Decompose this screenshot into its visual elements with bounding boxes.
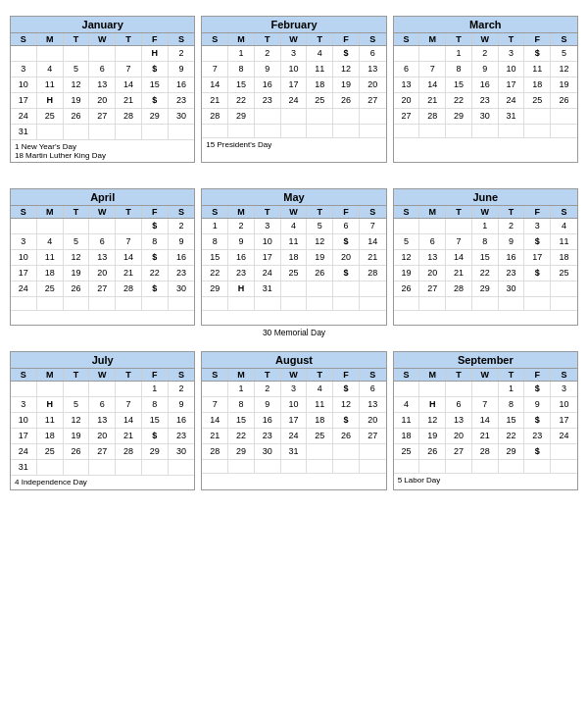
cal-cell [360, 460, 386, 474]
cal-cell [472, 460, 499, 474]
day-header: S [360, 33, 386, 45]
cal-notes [202, 474, 385, 487]
day-header: W [281, 206, 308, 218]
cal-cell [524, 297, 551, 311]
day-header: T [307, 369, 333, 381]
cal-cell: 15 [202, 250, 228, 266]
cal-cell: 1 [142, 382, 169, 397]
cal-cell: 20 [89, 93, 116, 109]
cal-cell [228, 125, 255, 138]
cal-cell: 6 [89, 62, 116, 77]
cal-cell: 22 [472, 266, 499, 281]
cal-cell: 27 [360, 93, 386, 109]
cal-cell: 8 [142, 234, 169, 250]
cal-cell: 27 [360, 429, 386, 444]
cal-cell: 19 [333, 77, 360, 93]
cal-cell: 25 [307, 429, 333, 444]
day-header: S [360, 369, 386, 381]
cal-cell: 25 [524, 93, 551, 109]
cal-cell [360, 444, 386, 460]
cal-cell [89, 382, 116, 397]
cal-cell [228, 297, 255, 311]
cal-cell: 23 [169, 93, 195, 109]
cal-cell: 14 [202, 77, 228, 93]
cal-cell: 21 [202, 429, 228, 444]
cal-cell: 16 [255, 413, 281, 429]
cal-cell: 20 [333, 250, 360, 266]
cal-cell: 7 [116, 234, 142, 250]
day-header: M [37, 206, 64, 218]
cal-cell: 4 [281, 219, 308, 234]
cal-cell: 2 [169, 46, 195, 62]
cal-cell: 1 [228, 382, 255, 397]
cal-cell: 24 [551, 429, 577, 444]
cal-cell [116, 382, 142, 397]
cal-cell: 31 [11, 125, 37, 140]
cal-cell: 7 [419, 62, 446, 77]
cal-cell: 9 [472, 62, 499, 77]
cal-cell: 23 [499, 266, 525, 281]
cal-cell: 9 [169, 234, 195, 250]
cal-cell: 29 [228, 444, 255, 460]
cal-cell: 18 [551, 250, 577, 266]
cal-cell: 16 [228, 250, 255, 266]
day-header: T [116, 206, 142, 218]
cal-cell [116, 297, 142, 311]
cal-cell [333, 444, 360, 460]
cal-cell [551, 444, 577, 460]
cal-cell: 26 [419, 444, 446, 460]
cal-cell [202, 460, 228, 474]
cal-cell: 21 [116, 93, 142, 109]
day-header: T [64, 206, 90, 218]
cal-cell: 24 [255, 266, 281, 281]
cal-cell [333, 125, 360, 138]
cal-cell [89, 297, 116, 311]
cal-cell: 31 [499, 109, 525, 125]
cal-cell: 30 [472, 109, 499, 125]
cal-cell [524, 281, 551, 297]
cal-cell: 22 [499, 429, 525, 444]
cal-cell [551, 125, 577, 138]
cal-cell [307, 444, 333, 460]
cal-cell: H [37, 93, 64, 109]
cal-cell: 28 [446, 281, 472, 297]
cal-cell: 5 [307, 219, 333, 234]
cal-cell: 3 [11, 62, 37, 77]
cal-cell: 13 [446, 413, 472, 429]
cal-cell: $ [333, 413, 360, 429]
cal-cell: 13 [419, 250, 446, 266]
cal-cell: 13 [394, 77, 420, 93]
cal-cell [89, 125, 116, 140]
cal-cell: 30 [169, 444, 195, 460]
cal-cell: 4 [37, 62, 64, 77]
cal-cell [524, 109, 551, 125]
day-header: S [394, 369, 420, 381]
cal-cell: 15 [228, 413, 255, 429]
cal-cell: 28 [116, 281, 142, 297]
cal-cell: 13 [89, 413, 116, 429]
day-header: T [499, 33, 525, 45]
day-header: F [524, 369, 551, 381]
day-header: T [307, 206, 333, 218]
day-header: T [255, 369, 281, 381]
cal-cell: 16 [255, 77, 281, 93]
cal-cell [394, 46, 420, 62]
cal-cell [551, 460, 577, 474]
cal-cell [64, 219, 90, 234]
cal-cell: 5 [551, 46, 577, 62]
cal-cell [202, 46, 228, 62]
day-header: S [202, 206, 228, 218]
cal-cell: 28 [202, 444, 228, 460]
cal-cell: 29 [472, 281, 499, 297]
cal-cell: 2 [169, 219, 195, 234]
cal-cell: 2 [472, 46, 499, 62]
cal-cell: 1 [472, 219, 499, 234]
cal-cell [446, 219, 472, 234]
cal-cell [360, 109, 386, 125]
cal-cell: 12 [64, 413, 90, 429]
cal-cell: 21 [472, 429, 499, 444]
cal-cell: 6 [333, 219, 360, 234]
cal-cell [37, 460, 64, 476]
cal-cell [472, 382, 499, 397]
cal-cell: 14 [419, 77, 446, 93]
